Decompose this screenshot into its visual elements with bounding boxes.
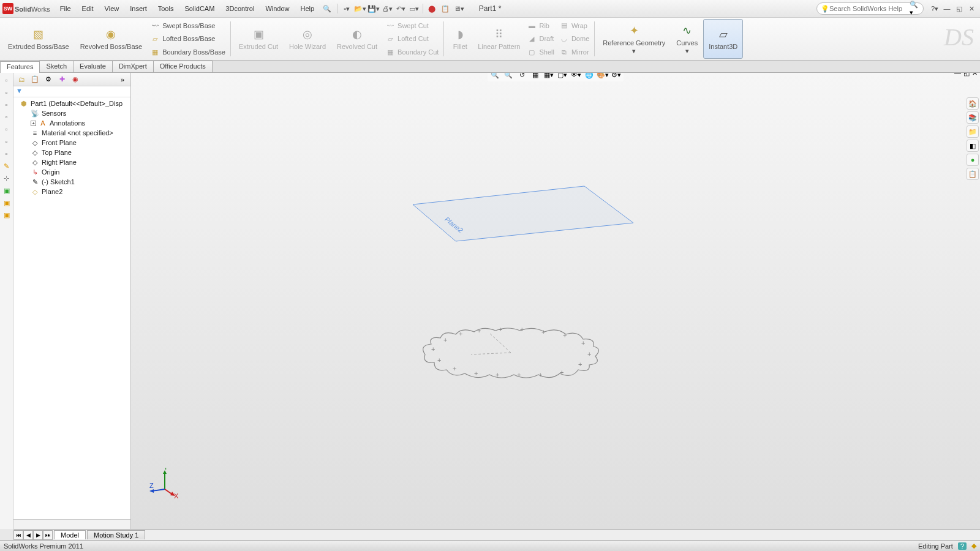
- feature-tree[interactable]: ⬢Part1 (Default<<Default>_Disp 📡Sensors …: [13, 97, 130, 519]
- rail-icon[interactable]: ⊹: [2, 173, 12, 183]
- prev-view-icon[interactable]: ↺: [516, 73, 528, 80]
- select-icon[interactable]: ▭▾: [408, 2, 420, 15]
- rail-icon[interactable]: ▫: [2, 75, 12, 85]
- swept-boss-button[interactable]: 〰Swept Boss/Base: [148, 20, 228, 31]
- boundary-boss-button[interactable]: ▦Boundary Boss/Base: [148, 47, 228, 58]
- fm-expand-icon[interactable]: »: [117, 74, 128, 85]
- expand-icon[interactable]: +: [31, 121, 36, 126]
- restore-icon[interactable]: ◱: [954, 4, 964, 13]
- menu-solidcam[interactable]: SolidCAM: [179, 2, 219, 15]
- reference-geometry-button[interactable]: ✦Reference Geometry▾: [597, 19, 671, 59]
- menu-edit[interactable]: Edit: [77, 2, 99, 15]
- help-status-icon[interactable]: ?: [958, 542, 967, 550]
- display-style-icon[interactable]: ▢▾: [556, 73, 568, 80]
- rib-button[interactable]: ▬Rib: [524, 20, 556, 31]
- appearance-icon[interactable]: 🌐: [583, 73, 595, 80]
- hide-show-icon[interactable]: 👁▾: [570, 73, 582, 80]
- menu-window[interactable]: Window: [260, 2, 294, 15]
- section-icon[interactable]: ▦: [529, 73, 541, 80]
- fm-display-icon[interactable]: ◉: [70, 74, 81, 85]
- tree-plane2[interactable]: ◇Plane2: [13, 187, 130, 197]
- rail-icon[interactable]: ▣: [2, 186, 12, 195]
- extruded-cut-button[interactable]: ▣Extruded Cut: [233, 19, 284, 59]
- help-search[interactable]: 💡 🔍▾: [816, 2, 924, 15]
- menu-help[interactable]: Help: [296, 2, 320, 15]
- vp-restore-icon[interactable]: ◱: [963, 73, 970, 77]
- file-explorer-icon[interactable]: 📁: [967, 126, 979, 138]
- lofted-cut-button[interactable]: ▱Lofted Cut: [383, 33, 441, 44]
- view-orient-icon[interactable]: ▦▾: [543, 73, 555, 80]
- rail-icon[interactable]: ▫: [2, 100, 12, 110]
- rail-icon[interactable]: ▫: [2, 112, 12, 122]
- shell-button[interactable]: ▢Shell: [524, 47, 556, 58]
- mirror-button[interactable]: ⧉Mirror: [557, 47, 592, 58]
- tree-top-plane[interactable]: ◇Top Plane: [13, 148, 130, 157]
- rail-icon[interactable]: ▫: [2, 149, 12, 159]
- zoom-fit-icon[interactable]: 🔍: [489, 73, 501, 80]
- draft-button[interactable]: ◢Draft: [524, 33, 556, 44]
- tab-sketch[interactable]: Sketch: [39, 61, 74, 72]
- fm-tree-icon[interactable]: 🗂: [16, 74, 27, 85]
- options-icon[interactable]: 📋: [439, 2, 451, 15]
- tree-annotations[interactable]: +AAnnotations: [13, 118, 130, 128]
- fm-prop-icon[interactable]: 📋: [29, 74, 40, 85]
- fm-dim-icon[interactable]: ✚: [56, 74, 67, 85]
- view-palette-icon[interactable]: ◧: [967, 140, 979, 152]
- fm-filter[interactable]: ▼: [13, 86, 130, 97]
- tab-office-products[interactable]: Office Products: [153, 61, 213, 72]
- zoom-area-icon[interactable]: 🔍: [502, 73, 514, 80]
- revolved-cut-button[interactable]: ◐Revolved Cut: [331, 19, 383, 59]
- dome-button[interactable]: ◡Dome: [557, 33, 592, 44]
- tree-right-plane[interactable]: ◇Right Plane: [13, 157, 130, 167]
- fillet-button[interactable]: ◗Fillet: [447, 19, 473, 59]
- minimize-icon[interactable]: —: [942, 4, 952, 13]
- bottom-tab-nav[interactable]: ⏮◀▶⏭: [13, 530, 53, 540]
- lofted-boss-button[interactable]: ▱Lofted Boss/Base: [148, 33, 228, 44]
- menu-view[interactable]: View: [100, 2, 124, 15]
- tab-model[interactable]: Model: [54, 530, 86, 539]
- extruded-boss-button[interactable]: ▧Extruded Boss/Base: [2, 19, 75, 59]
- boundary-cut-button[interactable]: ▦Boundary Cut: [383, 47, 441, 58]
- tab-evaluate[interactable]: Evaluate: [73, 61, 113, 72]
- fm-config-icon[interactable]: ⚙: [43, 74, 54, 85]
- rail-icon[interactable]: ▫: [2, 137, 12, 146]
- close-icon[interactable]: ✕: [967, 4, 976, 13]
- menu-file[interactable]: File: [55, 2, 76, 15]
- tab-motion-study[interactable]: Motion Study 1: [87, 530, 145, 539]
- wrap-button[interactable]: ▤Wrap: [557, 20, 592, 31]
- revolved-boss-button[interactable]: ◉Revolved Boss/Base: [75, 19, 148, 59]
- open-icon[interactable]: 📂▾: [354, 2, 366, 15]
- print-icon[interactable]: 🖨▾: [381, 2, 393, 15]
- rail-icon[interactable]: ▣: [2, 198, 12, 208]
- scene-icon[interactable]: 🎨▾: [597, 73, 609, 80]
- menu-tools[interactable]: Tools: [153, 2, 179, 15]
- tree-origin[interactable]: ↳Origin: [13, 167, 130, 177]
- hole-wizard-button[interactable]: ◎Hole Wizard: [284, 19, 331, 59]
- instant3d-button[interactable]: ▱Instant3D: [703, 19, 743, 59]
- vp-minimize-icon[interactable]: —: [954, 73, 961, 77]
- rail-icon[interactable]: ▫: [2, 88, 12, 97]
- custom-props-icon[interactable]: 📋: [967, 168, 979, 180]
- tab-features[interactable]: Features: [0, 61, 40, 73]
- new-icon[interactable]: ▫▾: [341, 2, 353, 15]
- appearances-icon[interactable]: ●: [967, 154, 979, 166]
- save-icon[interactable]: 💾▾: [368, 2, 380, 15]
- graphics-viewport[interactable]: 🔍 🔍 ↺ ▦ ▦▾ ▢▾ 👁▾ 🌐 🎨▾ ⚙▾ — ◱ ✕ 🏠 📚 📁 ◧ ●…: [131, 73, 980, 529]
- tree-root[interactable]: ⬢Part1 (Default<<Default>_Disp: [13, 99, 130, 108]
- view-settings-icon[interactable]: ⚙▾: [610, 73, 622, 80]
- rail-icon[interactable]: ▫: [2, 124, 12, 134]
- screen-icon[interactable]: 🖥▾: [453, 2, 465, 15]
- rail-icon[interactable]: ✎: [2, 161, 12, 171]
- search-icon[interactable]: 🔍: [323, 5, 331, 13]
- resources-icon[interactable]: 🏠: [967, 97, 979, 110]
- tab-dimxpert[interactable]: DimXpert: [112, 61, 154, 72]
- tree-front-plane[interactable]: ◇Front Plane: [13, 138, 130, 148]
- search-go-icon[interactable]: 🔍▾: [910, 1, 919, 17]
- curves-button[interactable]: ∿Curves▾: [671, 19, 703, 59]
- menu-3dcontrol[interactable]: 3Dcontrol: [221, 2, 259, 15]
- tree-material[interactable]: ≡Material <not specified>: [13, 128, 130, 138]
- warning-status-icon[interactable]: ◆: [971, 542, 976, 550]
- tree-scrollbar[interactable]: [13, 519, 130, 529]
- tree-sketch1[interactable]: ✎(-) Sketch1: [13, 177, 130, 187]
- design-lib-icon[interactable]: 📚: [967, 111, 979, 124]
